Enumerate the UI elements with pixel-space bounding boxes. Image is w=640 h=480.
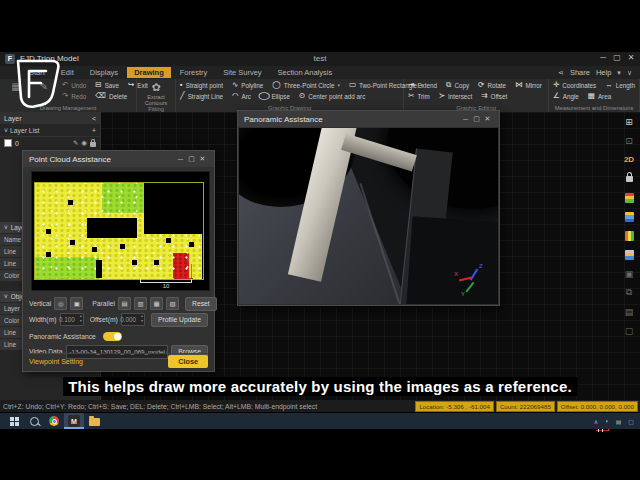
ribbon-button-save[interactable]: ⊟Save (95, 81, 119, 89)
close-button[interactable]: Close (168, 355, 208, 368)
parallel-mode-button-3[interactable]: ▦ (150, 297, 163, 310)
ribbon-button-straight-line[interactable]: ╱Straight Line (180, 92, 223, 100)
viewport-layout-icon[interactable]: ⊞ (623, 116, 635, 127)
width-input[interactable]: 0.100 ▴▾ (60, 313, 84, 326)
profile-update-button[interactable]: Profile Update (151, 313, 208, 327)
tray-icon[interactable]: ∧ (594, 418, 598, 425)
ribbon-button-straight-point[interactable]: ▪Straight point (180, 81, 223, 89)
parallel-mode-button-1[interactable]: ▤ (118, 297, 131, 310)
tab-forestry[interactable]: Forestry (173, 67, 215, 78)
clip-box-icon[interactable]: ▤ (623, 306, 635, 317)
edit-pencil-icon[interactable]: ✎ (73, 139, 78, 147)
ribbon-button-copy[interactable]: ⧉Copy (446, 81, 469, 89)
group-body: ✿Extract Contours (137, 79, 175, 106)
layer-list-row[interactable]: ˅ Layer List + (0, 124, 100, 137)
tray-icon[interactable]: ▢ (628, 418, 634, 425)
close-icon[interactable]: ✕ (197, 155, 208, 163)
axis-y-line (465, 282, 474, 292)
layer-row-0[interactable]: 0 ✎ ◉ (0, 137, 100, 149)
ribbon-button-offset[interactable]: ⇉Offset (481, 92, 507, 100)
dropdown-caret-icon[interactable]: ▾ (337, 82, 340, 88)
parallel-mode-button-2[interactable]: ▥ (134, 297, 147, 310)
ribbon-button-intersect[interactable]: ≻Intersect (439, 92, 472, 100)
minimize-icon[interactable]: ─ (596, 53, 610, 62)
2d-mode-icon[interactable]: 2D (623, 154, 635, 165)
visibility-eye-icon[interactable]: ◉ (81, 139, 87, 147)
tray-icon[interactable]: ▤ (616, 418, 622, 425)
ribbon-button-mirror[interactable]: ⋈Mirror (515, 81, 542, 89)
close-icon[interactable]: ✕ (482, 115, 493, 123)
maximize-icon[interactable]: ▢ (610, 53, 624, 62)
tray-icon[interactable]: ◖ (605, 418, 609, 424)
ribbon-collapse-icon[interactable]: ∨ (627, 69, 632, 77)
minimize-icon[interactable]: ─ (175, 156, 186, 163)
reset-button[interactable]: Reset (185, 297, 217, 311)
ribbon-button-delete[interactable]: ⌫Delete (95, 92, 127, 100)
width-spinner[interactable]: ▴▾ (80, 314, 82, 324)
vertical-mode-button-1[interactable]: ◎ (54, 297, 67, 310)
copy-view-icon[interactable]: ⧉ (623, 287, 635, 298)
point-color-elevation-icon[interactable] (623, 192, 635, 203)
display-filter-icon[interactable]: ▣ (623, 268, 635, 279)
panoramic-camera-view[interactable]: Z X Y (239, 128, 498, 304)
expand-caret-icon[interactable]: ˅ (4, 224, 8, 231)
offset-input[interactable]: 0.000 ▴▾ (121, 313, 145, 326)
tab-drawing[interactable]: Drawing (127, 67, 171, 78)
viewpoint-setting-link[interactable]: Viewpoint Setting (29, 358, 83, 365)
close-icon[interactable]: ✕ (624, 53, 638, 62)
ribbon-button-trim[interactable]: ✂Trim (408, 92, 430, 100)
offset-spinner[interactable]: ▴▾ (141, 314, 143, 324)
taskbar-app-button[interactable]: M (64, 413, 84, 429)
taskbar-explorer-button[interactable] (84, 413, 104, 429)
tab-section-analysis[interactable]: Section Analysis (271, 67, 340, 78)
unlock-icon[interactable] (623, 173, 635, 184)
add-layer-icon[interactable]: + (92, 127, 96, 134)
ribbon-button-extend[interactable]: ⇥Extend (408, 81, 437, 89)
label: Copy (454, 82, 469, 89)
expand-caret-icon[interactable]: ˅ (4, 293, 8, 300)
minimize-icon[interactable]: ─ (460, 116, 471, 123)
view-mode-icon[interactable]: ⊡ (623, 135, 635, 146)
ribbon-button-three-point-circle[interactable]: ◯Three-Point Circle▾ (272, 81, 340, 89)
taskbar-search-button[interactable] (24, 413, 44, 429)
panoramic-assistance-toggle[interactable] (103, 332, 122, 341)
panel-collapse-icon[interactable]: < (92, 115, 96, 122)
point-cloud-map-view[interactable]: 10 Y (31, 171, 210, 291)
ribbon-button-polyline[interactable]: ∿Polyline (232, 81, 263, 89)
taskbar-chrome-button[interactable] (44, 413, 64, 429)
help-caret-icon[interactable]: ▾ (617, 69, 621, 77)
ribbon-button-ellipse[interactable]: ◯Ellipse (260, 92, 290, 100)
dialog-title-bar[interactable]: Point Cloud Assistance ─ ▢ ✕ (23, 151, 214, 167)
maximize-icon[interactable]: ▢ (471, 115, 482, 123)
display-filter-icon: ▣ (625, 269, 634, 279)
panoramic-title-bar[interactable]: Panoramic Assistance ─ ▢ ✕ (238, 111, 499, 127)
ribbon-button-extract-contours[interactable]: ✿Extract Contours (141, 81, 171, 106)
lock-icon[interactable] (90, 142, 96, 147)
tab-displays[interactable]: Displays (83, 67, 125, 78)
ribbon-button-center-point-add-arc[interactable]: ⊙Center point add arc (299, 92, 365, 100)
start-button[interactable] (4, 413, 24, 429)
point-color-intensity-icon[interactable] (623, 211, 635, 222)
label: Center point add arc (308, 93, 365, 100)
tab-site-survey[interactable]: Site Survey (216, 67, 268, 78)
layer-checkbox[interactable] (4, 139, 12, 147)
ribbon-button-length[interactable]: ↔Length (605, 81, 635, 89)
label: Ellipse (271, 93, 290, 100)
parallel-mode-button-4[interactable]: ▧ (166, 297, 179, 310)
ribbon-button-rotate[interactable]: ⟳Rotate (478, 81, 506, 89)
maximize-icon[interactable]: ▢ (186, 155, 197, 163)
label: Intersect (448, 93, 472, 100)
vertical-mode-button-2[interactable]: ▣ (70, 297, 83, 310)
offset-value: 0.000 (120, 316, 136, 323)
point-color-classify-icon[interactable] (623, 249, 635, 260)
shortcut-hints: Ctrl+Z: Undo; Ctrl+Y: Redo; Ctrl+S: Save… (3, 403, 317, 410)
crop-icon[interactable]: ▢ (623, 325, 635, 336)
point-color-rgb-icon[interactable] (623, 230, 635, 241)
ribbon-button-coordinates[interactable]: ✛Coordinates (553, 81, 596, 89)
expand-caret-icon[interactable]: ˅ (4, 127, 8, 134)
help-button[interactable]: Help (596, 68, 611, 77)
ribbon-button-area[interactable]: ▦Area (588, 92, 611, 100)
ribbon-button-arc[interactable]: ◠Arc (232, 92, 251, 100)
ribbon-button-angle[interactable]: ∠Angle (553, 92, 579, 100)
share-button[interactable]: Share (570, 68, 590, 77)
